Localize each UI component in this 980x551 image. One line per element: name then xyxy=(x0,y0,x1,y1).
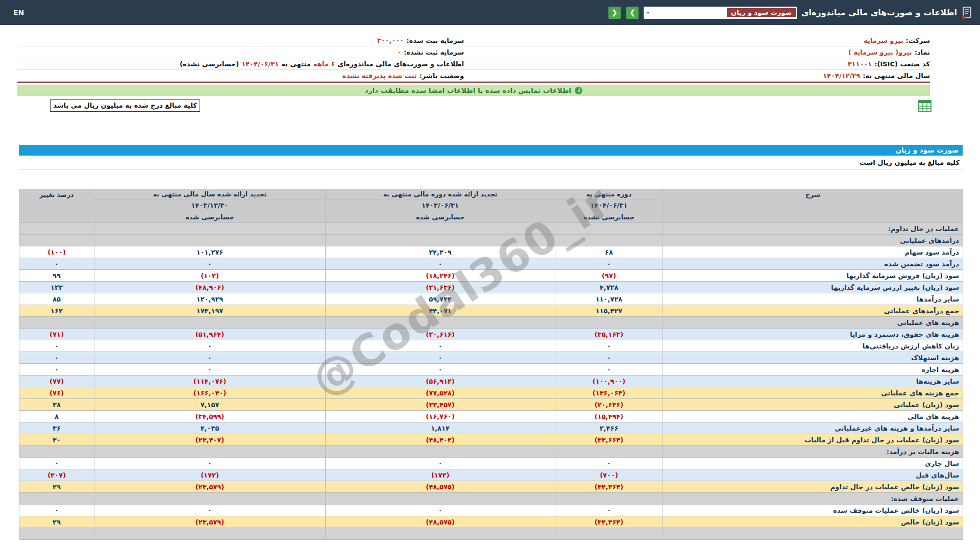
section-row: عملیات متوقف شده: xyxy=(19,493,963,505)
empty-cell xyxy=(94,223,326,235)
value-cell: (۵۱,۹۶۴) xyxy=(94,329,326,340)
header-col-current-title: دوره منتهی به xyxy=(555,189,663,199)
value-cell: ۰ xyxy=(555,364,663,375)
value-cell: ۰ xyxy=(19,364,94,375)
info-value: ثبت شده پذیرفته نشده xyxy=(342,72,417,80)
value-cell: ۳۸ xyxy=(19,399,94,411)
info-value: ۳۱۱۰۰۱ xyxy=(848,60,872,68)
table-row: سود (زیان) خالص عملیات متوقف شده۰۰۰۰ xyxy=(19,505,963,516)
prev-report-button[interactable]: ❮ xyxy=(608,7,621,19)
value-cell: (۵۶,۹۱۲) xyxy=(326,375,555,387)
table-row: سال‌های قبل(۷۰۰)(۱۷۲)(۱۷۲)(۳۰۷) xyxy=(19,469,963,481)
header-col-prev-date: ۱۴۰۳/۰۶/۳۱ xyxy=(326,199,555,211)
row-label-cell: سود (زیان) فروش سرمایه گذاریها xyxy=(663,270,963,282)
value-cell: (۴۸,۹۰۶) xyxy=(94,282,326,293)
row-label-cell: سال جاری xyxy=(663,458,963,469)
topbar: اطلاعات و صورت‌های مالی میاندوره‌ای صورت… xyxy=(0,0,980,25)
empty-cell xyxy=(94,235,326,246)
empty-cell xyxy=(19,493,94,505)
row-label-cell: سایر درآمدها و هزینه های غیرعملیاتی xyxy=(663,422,963,434)
value-cell: (۷۶) xyxy=(19,387,94,399)
next-report-button[interactable]: ❯ xyxy=(626,7,639,19)
row-label-cell: سال‌های قبل xyxy=(663,469,963,481)
value-cell: ۵۹,۷۴۴ xyxy=(326,293,555,305)
info-label: سرمایه ثبت نشده: xyxy=(404,48,464,56)
value-cell: (۴۸,۴۰۳) xyxy=(326,434,555,446)
value-cell: ۰ xyxy=(555,340,663,352)
maroon-separator xyxy=(17,82,930,83)
row-label-cell: سود (زیان) تغییر ارزش سرمایه گذاریها xyxy=(663,282,963,293)
value-cell: (۲۱,۶۳۶) xyxy=(326,282,555,293)
section-row: عملیات در حال تداوم: xyxy=(19,223,963,235)
info-label: نماد: xyxy=(915,48,930,56)
table-row: درآمد سود سهام۶۸۲۴,۲۰۹۱۰۱,۲۷۶(۱۰۰) xyxy=(19,246,963,258)
table-row: هزینه های مالی(۱۵,۴۹۴)(۱۶,۷۶۰)(۳۴,۵۹۹)۸ xyxy=(19,411,963,422)
value-cell: ۰ xyxy=(555,352,663,364)
value-cell: (۲۰,۶۳۶) xyxy=(555,399,663,411)
table-row: سال جاری۰۰۰۰ xyxy=(19,458,963,469)
value-cell: (۱۳۶,۰۶۳) xyxy=(555,387,663,399)
value-cell: ۲۹ xyxy=(19,481,94,493)
info-text-segment: (حسابرسی نشده) xyxy=(180,60,239,68)
value-cell: (۳۰۷) xyxy=(19,469,94,481)
language-toggle-en[interactable]: EN xyxy=(13,9,24,17)
value-cell: (۲۰,۶۱۶) xyxy=(326,329,555,340)
info-text-segment: اطلاعات و صورت‌های مالی میاندوره‌ای xyxy=(337,60,464,68)
value-cell: ۲۴,۲۰۹ xyxy=(326,246,555,258)
row-label-cell: سود (زیان) خالص xyxy=(663,516,963,528)
empty-cell xyxy=(94,493,326,505)
table-row: جمع درآمدهای عملیاتی۱۱۵,۴۲۷۴۴,۰۷۱۱۷۳,۱۹۷… xyxy=(19,305,963,317)
info-label: سال مالی منتهی به: xyxy=(863,72,930,80)
value-cell: ۰ xyxy=(94,458,326,469)
value-cell: ۰ xyxy=(94,340,326,352)
empty-cell xyxy=(555,235,663,246)
value-cell: ۰ xyxy=(94,352,326,364)
row-label-cell xyxy=(663,528,963,540)
info-text-segment: منتهی به xyxy=(281,60,311,68)
value-cell: ۴۴,۰۷۱ xyxy=(326,305,555,317)
row-label-cell: هزینه مالیات بر درآمد: xyxy=(663,446,963,458)
profit-loss-table: شرح دوره منتهی به تجدید ارائه شده دوره م… xyxy=(19,189,963,540)
table-row: سود (زیان) فروش سرمایه گذاریها(۹۷)(۱۸,۲۴… xyxy=(19,270,963,282)
value-cell: ۰ xyxy=(326,352,555,364)
section-row: هزینه های عملیاتی xyxy=(19,317,963,329)
value-cell: ۸ xyxy=(19,411,94,422)
empty-cell xyxy=(326,528,555,540)
value-cell: ۱۰۱,۲۷۶ xyxy=(94,246,326,258)
table-header: شرح دوره منتهی به تجدید ارائه شده دوره م… xyxy=(19,189,963,223)
info-pair-left: اطلاعات و صورت‌های مالی میاندوره‌ای ۶ ما… xyxy=(17,60,464,68)
empty-cell xyxy=(555,446,663,458)
amounts-unit-box: کلیه مبالغ درج شده به میلیون ریال می باش… xyxy=(50,99,200,112)
value-cell: (۱۰۲) xyxy=(94,270,326,282)
value-cell: ۰ xyxy=(19,258,94,270)
row-label-cell: سود (زیان) خالص عملیات متوقف شده xyxy=(663,505,963,516)
value-cell: (۱۵,۴۹۴) xyxy=(555,411,663,422)
header-change: درصد تغییر xyxy=(19,189,94,223)
value-cell: (۳۴,۵۹۹) xyxy=(94,411,326,422)
topbar-right-group: اطلاعات و صورت‌های مالی میاندوره‌ای صورت… xyxy=(608,6,972,19)
report-type-selected-value: صورت سود و زیان xyxy=(727,8,796,17)
value-cell: (۳۳,۶۶۴) xyxy=(555,434,663,446)
value-cell: ۰ xyxy=(94,364,326,375)
value-cell: (۳۴,۳۶۴) xyxy=(555,481,663,493)
empty-cell xyxy=(94,317,326,329)
info-value[interactable]: نیرو سرمایه xyxy=(864,37,903,44)
info-value[interactable]: نیرو( نیرو سرمایه ) xyxy=(848,48,912,56)
report-type-dropdown[interactable]: صورت سود و زیان ▾ xyxy=(644,7,797,19)
value-cell: ۱۱۵,۴۲۷ xyxy=(555,305,663,317)
value-cell: ۰ xyxy=(555,505,663,516)
excel-export-icon[interactable] xyxy=(918,100,932,112)
info-icon: i xyxy=(575,87,582,94)
row-label-cell: درآمدهای عملیاتی xyxy=(663,235,963,246)
value-cell: (۱۷۲) xyxy=(326,469,555,481)
table-row: جمع هزینه های عملیاتی(۱۳۶,۰۶۳)(۷۷,۵۲۸)(۱… xyxy=(19,387,963,399)
table-row: سایر درآمدها و هزینه های غیرعملیاتی۲,۴۶۶… xyxy=(19,422,963,434)
row-label-cell: زیان کاهش ارزش دریافتنی‌ها xyxy=(663,340,963,352)
value-cell: (۷۱) xyxy=(19,329,94,340)
empty-cell xyxy=(326,223,555,235)
value-cell: (۴۸,۵۷۵) xyxy=(326,481,555,493)
company-info-row: سال مالی منتهی به:۱۴۰۴/۱۲/۲۹وضعیت ناشر:ث… xyxy=(17,70,930,82)
row-label-cell: درآمد سود سهام xyxy=(663,246,963,258)
row-label-cell: جمع درآمدهای عملیاتی xyxy=(663,305,963,317)
value-cell: (۱۱۴,۰۷۶) xyxy=(94,375,326,387)
